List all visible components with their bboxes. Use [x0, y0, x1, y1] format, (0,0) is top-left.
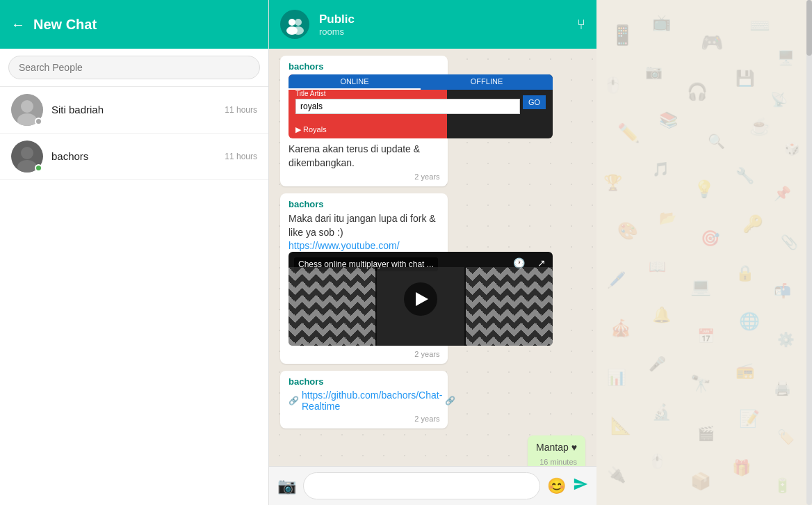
back-button[interactable]: ←: [11, 17, 25, 33]
svg-text:🔋: 🔋: [774, 477, 791, 494]
svg-text:🎵: 🎵: [652, 161, 669, 177]
chat-area: Public rooms ⑂ bachors ONLINE OFFLINE Ti…: [269, 0, 596, 505]
svg-point-9: [293, 26, 304, 35]
svg-text:🎪: 🎪: [610, 318, 631, 338]
svg-text:🖨️: 🖨️: [774, 380, 791, 396]
svg-text:✏️: ✏️: [617, 122, 640, 144]
svg-text:🖥️: 🖥️: [777, 49, 795, 66]
external-icon: 🔗: [445, 396, 455, 406]
message-time-2: 2 years: [289, 350, 439, 358]
contact-info-bachors: bachors: [51, 150, 216, 163]
svg-text:📅: 📅: [697, 328, 715, 344]
svg-text:🌐: 🌐: [739, 311, 760, 331]
svg-text:📷: 📷: [645, 63, 663, 80]
avatar-wrap: [11, 94, 43, 126]
svg-text:🎁: 🎁: [732, 458, 752, 477]
contact-time-siti: 11 hours: [225, 105, 257, 115]
video-play-button[interactable]: [404, 282, 437, 316]
contact-list: Siti badriah 11 hours bachors 11 hours: [0, 87, 268, 505]
svg-text:💡: 💡: [694, 179, 715, 199]
svg-text:📬: 📬: [774, 282, 791, 299]
message-time-4: 16 minutes: [536, 458, 577, 466]
svg-text:📚: 📚: [659, 111, 679, 129]
git-icon[interactable]: ⑂: [577, 17, 585, 33]
svg-text:🎯: 🎯: [701, 229, 720, 248]
camera-icon[interactable]: 📷: [277, 477, 296, 495]
svg-text:💻: 💻: [690, 276, 711, 296]
chat-header-avatar: [280, 10, 309, 39]
emoji-icon[interactable]: 😊: [547, 477, 566, 495]
contact-item-bachors[interactable]: bachors 11 hours: [0, 134, 268, 180]
svg-text:🏷️: 🏷️: [777, 428, 795, 445]
svg-text:⌨️: ⌨️: [749, 15, 770, 35]
svg-text:☕: ☕: [749, 116, 770, 136]
svg-text:🏆: 🏆: [603, 173, 623, 192]
royals-embed: ONLINE OFFLINE Title Artist GO ▶ Royals: [289, 74, 553, 138]
svg-text:📡: 📡: [770, 91, 788, 108]
search-bar-container: [0, 49, 268, 87]
royals-tab-online: ONLINE: [289, 74, 421, 90]
message-text-2: Maka dari itu jangan lupa di fork & like…: [289, 212, 439, 239]
chat-header: Public rooms ⑂: [269, 0, 596, 49]
contact-name-bachors: bachors: [51, 150, 88, 162]
chat-input-field[interactable]: [303, 472, 540, 499]
message-bubble-2: bachors Maka dari itu jangan lupa di for…: [280, 193, 448, 364]
status-dot-offline: [35, 118, 42, 125]
message-sender-3: bachors: [289, 376, 439, 387]
contact-info-siti: Siti badriah: [51, 104, 216, 116]
send-button[interactable]: [573, 476, 588, 496]
royals-tab-bar: ONLINE OFFLINE: [289, 74, 553, 90]
svg-text:🔬: 🔬: [652, 403, 672, 422]
svg-text:📻: 📻: [736, 361, 755, 380]
chat-messages: bachors ONLINE OFFLINE Title Artist GO ▶…: [269, 49, 596, 466]
svg-text:🔍: 🔍: [708, 133, 725, 150]
search-input[interactable]: [8, 56, 260, 79]
svg-text:📊: 📊: [607, 368, 626, 387]
svg-text:📝: 📝: [739, 408, 760, 428]
svg-point-4: [21, 147, 33, 159]
svg-text:📂: 📂: [659, 209, 676, 226]
contact-name-siti: Siti badriah: [51, 104, 104, 115]
message-link-youtube[interactable]: https://www.youtube.com/: [289, 240, 400, 251]
royals-form: Title Artist GO: [295, 90, 546, 114]
video-thumb[interactable]: Chess online multiplayer with chat ... 🕐…: [289, 252, 553, 346]
svg-text:🖱️: 🖱️: [649, 453, 666, 470]
sidebar: ← New Chat Siti badriah 11 hours: [0, 0, 269, 505]
svg-text:🔧: 🔧: [736, 166, 755, 185]
svg-text:🔒: 🔒: [736, 264, 755, 282]
contact-item-siti-badriah[interactable]: Siti badriah 11 hours: [0, 87, 268, 134]
svg-text:🎤: 🎤: [649, 355, 666, 372]
message-time-3: 2 years: [289, 415, 439, 423]
message-bubble-3: bachors 🔗 https://github.com/bachors/Cha…: [280, 371, 448, 428]
chat-header-sub: rooms: [319, 26, 567, 37]
svg-point-1: [21, 100, 33, 113]
svg-text:📖: 📖: [649, 258, 666, 275]
github-link[interactable]: https://github.com/bachors/Chat-Realtime: [302, 390, 442, 412]
contact-time-bachors: 11 hours: [225, 152, 257, 161]
svg-text:🎬: 🎬: [697, 425, 715, 442]
avatar-wrap-bachors: [11, 141, 43, 173]
message-sender-2: bachors: [289, 199, 439, 209]
svg-text:📐: 📐: [610, 415, 631, 435]
message-sender-1: bachors: [289, 61, 439, 72]
chat-header-name: Public: [319, 13, 567, 26]
svg-text:📌: 📌: [774, 185, 791, 202]
svg-text:🎨: 🎨: [617, 221, 638, 241]
svg-text:📱: 📱: [610, 24, 635, 47]
royals-label: Title Artist: [295, 90, 520, 97]
sidebar-title: New Chat: [33, 17, 97, 33]
svg-text:🔭: 🔭: [690, 374, 711, 394]
message-text-4: Mantap ♥: [536, 441, 577, 455]
svg-point-8: [295, 19, 302, 26]
royals-go-button[interactable]: GO: [523, 95, 546, 109]
svg-text:🔔: 🔔: [652, 305, 672, 324]
status-dot-online: [35, 164, 42, 172]
chat-header-info: Public rooms: [319, 13, 567, 37]
royals-input[interactable]: [295, 99, 520, 114]
svg-text:💾: 💾: [736, 69, 755, 88]
message-bubble-4: Mantap ♥ 16 minutes: [528, 435, 585, 466]
svg-text:🎲: 🎲: [784, 141, 800, 157]
sidebar-header: ← New Chat: [0, 0, 268, 49]
svg-text:📦: 📦: [690, 471, 711, 491]
svg-text:🎮: 🎮: [701, 31, 724, 54]
